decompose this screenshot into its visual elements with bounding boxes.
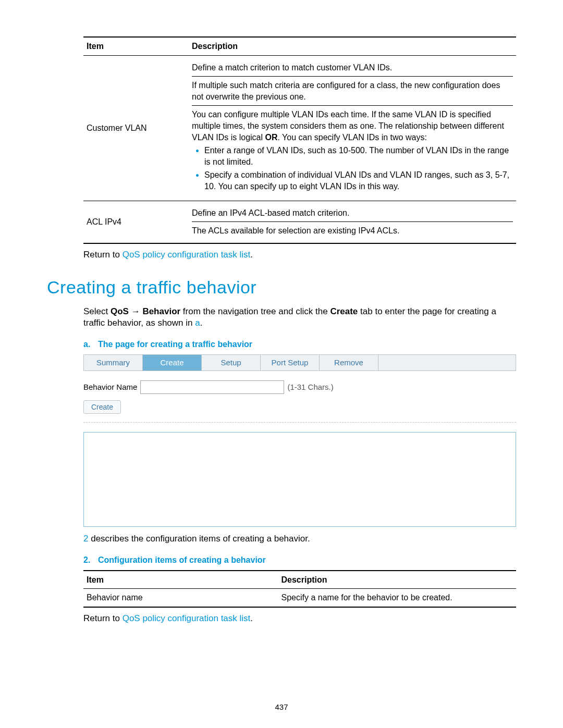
row-desc: Specify a name for the behavior to be cr… [278, 589, 517, 607]
row-desc: Define a match criterion to match custom… [189, 55, 516, 201]
return-prefix: Return to [83, 613, 123, 623]
behavior-name-row: Behavior Name (1-31 Chars.) [83, 371, 516, 399]
return-line-2: Return to QoS policy configuration task … [83, 613, 516, 625]
th-item: Item [83, 37, 189, 55]
desc-p3: You can configure multiple VLAN IDs each… [192, 105, 513, 197]
row-item: ACL IPv4 [83, 201, 189, 243]
return-suffix: . [250, 250, 253, 260]
mid-paragraph: 2 describes the configuration items of c… [83, 533, 516, 545]
tab-port-setup[interactable]: Port Setup [261, 355, 320, 371]
tab-bar: Summary Create Setup Port Setup Remove [83, 354, 516, 371]
row-item: Behavior name [83, 589, 278, 607]
create-button[interactable]: Create [83, 400, 121, 414]
intro-arrow: → [129, 306, 142, 316]
page-number: 437 [0, 702, 563, 712]
intro-paragraph: Select QoS → Behavior from the navigatio… [83, 306, 516, 330]
desc-p1: Define a match criterion to match custom… [192, 59, 513, 77]
desc-p2: The ACLs available for selection are exi… [192, 221, 513, 240]
th-item: Item [83, 571, 278, 589]
intro-create: Create [330, 306, 358, 316]
row-item: Customer VLAN [83, 55, 189, 201]
figure-caption-a: a.The page for creating a traffic behavi… [83, 339, 516, 350]
p3-after: . You can specify VLAN IDs in two ways: [278, 133, 427, 142]
return-prefix: Return to [83, 250, 123, 260]
section-heading: Creating a traffic behavior [47, 276, 516, 300]
result-list-box [83, 432, 516, 527]
behavior-name-hint: (1-31 Chars.) [287, 382, 333, 392]
qos-task-list-link[interactable]: QoS policy configuration task list [123, 250, 251, 260]
mid-text: describes the configuration items of cre… [88, 534, 310, 544]
desc-p2: If multiple such match criteria are conf… [192, 76, 513, 105]
row-desc: Define an IPv4 ACL-based match criterion… [189, 201, 516, 243]
tab-setup[interactable]: Setup [202, 355, 261, 371]
intro-behavior: Behavior [142, 306, 180, 316]
tab-remove[interactable]: Remove [320, 355, 378, 371]
return-line: Return to QoS policy configuration task … [83, 249, 516, 261]
figure-ref-a[interactable]: a [195, 318, 200, 328]
intro-qos: QoS [111, 306, 129, 316]
qos-task-list-link[interactable]: QoS policy configuration task list [123, 613, 251, 623]
th-desc: Description [189, 37, 516, 55]
intro-t4: . [200, 318, 203, 328]
match-criteria-table: Item Description Customer VLAN Define a … [83, 36, 516, 244]
caption-a-text: The page for creating a traffic behavior [98, 340, 252, 349]
behavior-name-label: Behavior Name [83, 382, 137, 392]
p3-strong: OR [265, 133, 278, 142]
desc-p1: Define an IPv4 ACL-based match criterion… [192, 204, 513, 222]
behavior-create-figure: Summary Create Setup Port Setup Remove B… [83, 354, 516, 527]
return-suffix: . [250, 613, 253, 623]
bullet-1: Enter a range of VLAN IDs, such as 10-50… [204, 144, 513, 168]
caption-a-num: a. [83, 339, 98, 350]
tab-create[interactable]: Create [143, 355, 202, 371]
intro-t2: from the navigation tree and click the [180, 306, 330, 316]
tab-filler [378, 355, 516, 371]
caption-2-text: Configuration items of creating a behavi… [98, 556, 266, 564]
intro-t1: Select [83, 306, 111, 316]
table-caption-2: 2.Configuration items of creating a beha… [83, 554, 516, 566]
separator [83, 422, 516, 423]
behavior-name-input[interactable] [140, 380, 284, 394]
caption-2-num: 2. [83, 554, 98, 566]
th-desc: Description [278, 571, 517, 589]
behavior-config-table: Item Description Behavior name Specify a… [83, 570, 516, 608]
tab-summary[interactable]: Summary [84, 355, 143, 371]
bullet-2: Specify a combination of individual VLAN… [204, 168, 513, 193]
